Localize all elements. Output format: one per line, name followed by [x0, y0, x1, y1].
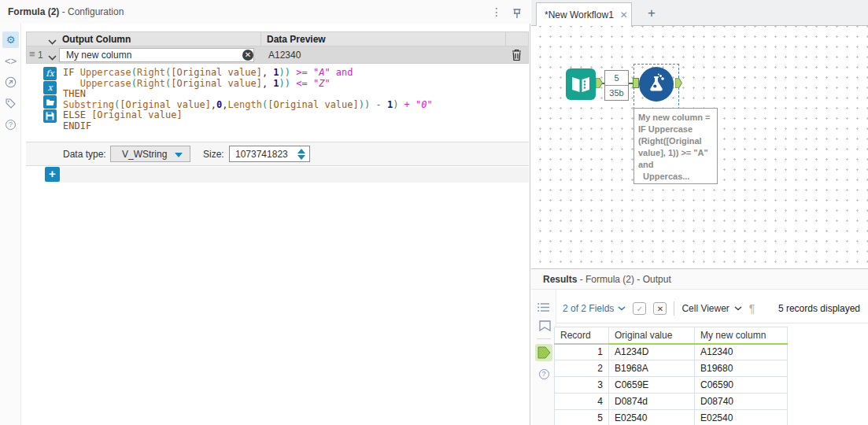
record-count: 5	[605, 71, 628, 86]
header-chevron-down-icon[interactable]	[48, 36, 57, 47]
code-line: ENDIF	[63, 121, 433, 132]
connection-progress-badge[interactable]: 5 35b	[604, 70, 629, 101]
value-cell[interactable]: D08740	[695, 394, 788, 410]
size-stepper[interactable]	[295, 147, 308, 161]
variables-x-icon[interactable]: x	[43, 81, 57, 94]
value-cell[interactable]: B19680	[695, 360, 788, 377]
tool-annotation[interactable]: My new column =IF Uppercase(Right([Origi…	[633, 108, 718, 184]
sidebar-divider	[537, 338, 551, 339]
fields-dropdown[interactable]: 2 of 2 Fields	[563, 303, 626, 314]
cell-viewer-dropdown[interactable]: Cell Viewer	[681, 303, 741, 314]
panel-menu-icon[interactable]: ⋮	[489, 4, 504, 20]
record-number-cell[interactable]: 2	[555, 360, 609, 377]
results-toolbar: 2 of 2 Fields ✓ ✕ Cell Viewer ¶ 5 record…	[556, 294, 868, 323]
metadata-list-icon[interactable]	[535, 298, 552, 316]
results-table-header-row: RecordOriginal valueMy new column	[555, 327, 788, 344]
toolbar-divider	[674, 301, 674, 316]
row-drag-handle-icon[interactable]: ≡	[29, 48, 35, 60]
workflow-tabbar: *New Workflow1 ✕ +	[531, 0, 868, 26]
annotation-line: value], 1)) >= "A"	[638, 147, 713, 159]
record-number-cell[interactable]: 4	[555, 394, 609, 410]
data-size: 35b	[605, 86, 628, 100]
text-input-output-anchor[interactable]	[596, 78, 603, 91]
open-expression-icon[interactable]	[43, 95, 57, 109]
code-line: THEN	[63, 89, 433, 100]
results-help-icon[interactable]: ?	[535, 365, 552, 382]
value-cell[interactable]: E02540	[609, 410, 695, 425]
book-icon	[569, 72, 593, 96]
fields-label: 2 of 2 Fields	[563, 303, 614, 314]
table-row[interactable]: 4D0874dD08740	[555, 394, 788, 410]
grid-footer-band	[59, 167, 529, 183]
close-tab-icon[interactable]: ✕	[620, 9, 628, 20]
results-title: Results	[543, 274, 577, 285]
size-input[interactable]	[230, 146, 293, 161]
code-line: Substring([Original value],0,Length([Ori…	[63, 100, 433, 111]
data-type-select[interactable]: V_WString	[110, 146, 190, 162]
output-column-input[interactable]	[59, 48, 254, 62]
row-chevron-down-icon[interactable]	[48, 52, 57, 63]
formula-input-anchor[interactable]	[633, 78, 639, 91]
value-cell[interactable]: E02540	[695, 410, 788, 425]
value-cell[interactable]: C0659E	[609, 377, 695, 394]
records-displayed-label: 5 records displayed	[778, 303, 860, 314]
configuration-gear-icon[interactable]: ⚙	[2, 31, 19, 48]
tag-icon[interactable]	[2, 95, 19, 112]
select-all-icon[interactable]: ✓	[633, 302, 646, 315]
chevron-down-icon	[618, 306, 626, 311]
code-view-icon[interactable]: <>	[2, 53, 19, 69]
formula-editor[interactable]: fx x IF Uppercase(Right([Original value]…	[26, 64, 529, 142]
workflow-canvas[interactable]: 5 35b My new column =IF Uppercase(Right(…	[531, 26, 868, 268]
output-column-header: Output Column	[62, 34, 131, 45]
data-view-icon[interactable]	[535, 317, 552, 334]
configuration-title: Formula (2) - Configuration	[8, 6, 124, 17]
cell-viewer-label: Cell Viewer	[681, 303, 729, 314]
table-row[interactable]: 3C0659EC06590	[555, 377, 788, 394]
new-workflow-tab-button[interactable]: +	[641, 5, 662, 23]
results-table: RecordOriginal valueMy new column 1A1234…	[554, 327, 788, 425]
data-type-value: V_WString	[122, 149, 167, 160]
save-expression-icon[interactable]	[43, 109, 57, 123]
configuration-title-suffix: - Configuration	[59, 6, 124, 17]
value-cell[interactable]: A12340	[695, 344, 788, 360]
annotation-line: and	[638, 159, 713, 171]
output-anchor-icon[interactable]	[535, 344, 552, 361]
step-down-icon[interactable]	[297, 155, 305, 160]
table-row[interactable]: 2B1968AB19680	[555, 360, 788, 377]
text-input-tool[interactable]	[566, 68, 596, 100]
clear-column-name-icon[interactable]: ✕	[242, 50, 253, 61]
open-example-icon[interactable]	[2, 74, 19, 91]
step-up-icon[interactable]	[297, 149, 305, 153]
record-number-cell[interactable]: 5	[555, 410, 609, 425]
deselect-icon[interactable]: ✕	[653, 302, 667, 315]
value-cell[interactable]: D0874d	[609, 394, 695, 410]
value-cell[interactable]: B1968A	[609, 360, 695, 377]
value-cell[interactable]: C06590	[695, 377, 788, 394]
column-header-original-value[interactable]: Original value	[609, 327, 695, 344]
tab-new-workflow1[interactable]: *New Workflow1 ✕	[536, 2, 632, 26]
delete-expression-icon[interactable]	[511, 48, 523, 61]
formula-code[interactable]: IF Uppercase(Right([Original value], 1))…	[63, 68, 433, 131]
table-row[interactable]: 5E02540E02540	[555, 410, 788, 425]
configuration-header: Formula (2) - Configuration	[0, 0, 530, 24]
table-row[interactable]: 1A1234DA12340	[555, 344, 788, 360]
record-number-cell[interactable]: 3	[555, 377, 609, 394]
results-table-body: 1A1234DA123402B1968AB196803C0659EC065904…	[555, 344, 788, 425]
help-icon[interactable]: ?	[2, 116, 19, 133]
column-header-my-new-column[interactable]: My new column	[695, 327, 788, 344]
whitespace-toggle-icon[interactable]: ¶	[749, 302, 755, 315]
record-number-cell[interactable]: 1	[555, 344, 609, 360]
data-type-label: Data type:	[63, 149, 106, 160]
column-header-record[interactable]: Record	[555, 327, 609, 344]
formula-tool[interactable]	[639, 67, 674, 102]
add-expression-button[interactable]: +	[45, 167, 60, 182]
size-field-wrap	[229, 146, 310, 162]
data-preview-header: Data Preview	[267, 34, 326, 45]
value-cell[interactable]: A1234D	[609, 344, 695, 360]
flask-icon	[645, 72, 668, 96]
pin-icon[interactable]	[510, 6, 524, 20]
formula-output-anchor[interactable]	[675, 78, 682, 91]
annotation-line: My new column =	[638, 112, 713, 124]
functions-fx-icon[interactable]: fx	[43, 67, 57, 80]
expression-grid-header: Output Column Data Preview	[26, 31, 529, 46]
